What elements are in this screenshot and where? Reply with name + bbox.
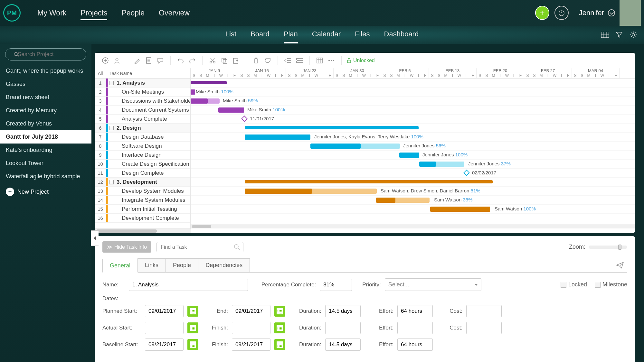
tab-people[interactable]: People (166, 258, 198, 272)
sidebar-item[interactable]: Brand new sheet (0, 91, 91, 104)
task-row[interactable]: 10Create Design Specification (95, 160, 190, 169)
subnav-item-dashboard[interactable]: Dashboard (384, 26, 419, 43)
task-row[interactable]: 16Development Complete (95, 214, 190, 223)
subnav-item-plan[interactable]: Plan (284, 26, 298, 43)
subnav-item-files[interactable]: Files (355, 26, 370, 43)
sidebar-item[interactable]: Gasses (0, 78, 91, 91)
gantt-row[interactable]: Mike Smith 59% (191, 97, 635, 106)
clear-formatting-button[interactable] (263, 56, 272, 65)
cut-button[interactable] (208, 56, 217, 65)
effort-input[interactable] (397, 305, 433, 317)
gear-icon[interactable] (629, 31, 638, 39)
gantt-row[interactable] (191, 178, 635, 187)
date-input[interactable] (145, 322, 184, 334)
calendar-icon[interactable] (187, 339, 198, 350)
gantt-row[interactable]: Jennifer Jones 56% (191, 142, 635, 151)
redo-button[interactable] (187, 56, 197, 65)
new-project-button[interactable]: + New Project (0, 183, 91, 200)
sidebar-item[interactable]: Kate's onboarding (0, 144, 91, 157)
calendar-icon[interactable] (274, 306, 285, 317)
edit-button[interactable] (132, 56, 142, 65)
cost-input[interactable] (466, 322, 502, 334)
date-input[interactable] (232, 322, 270, 334)
sidebar-item[interactable]: Created by Mercury (0, 104, 91, 117)
task-row[interactable]: 3Discussions with Stakeholders (95, 97, 190, 106)
horizontal-scrollbar[interactable] (191, 224, 635, 228)
task-row[interactable]: 13Develop System Modules (95, 187, 190, 196)
duration-input[interactable] (325, 305, 361, 317)
sidebar-item[interactable]: Lookout Tower (0, 157, 91, 170)
topnav-item-my-work[interactable]: My Work (37, 9, 66, 19)
date-input[interactable] (232, 339, 270, 351)
date-input[interactable] (145, 339, 184, 351)
zoom-slider[interactable] (589, 246, 627, 249)
gantt-row[interactable]: Sam Watson 36% (191, 196, 635, 205)
timer-button[interactable] (554, 6, 569, 20)
calendar-icon[interactable] (187, 306, 198, 317)
send-icon[interactable] (612, 258, 627, 272)
gantt-row[interactable]: Jennifer Jones, Kayla Evans, Terry Westl… (191, 133, 635, 142)
user-menu-dropdown[interactable] (608, 9, 615, 16)
task-row[interactable]: 14Integrate System Modules (95, 196, 190, 205)
gantt-row[interactable]: Mike Smith 100% (191, 106, 635, 115)
gantt-row[interactable]: 02/02/2017 (191, 169, 635, 178)
gantt-row[interactable]: Jennifer Jones 37% (191, 160, 635, 169)
sidebar-item[interactable]: Waterfall agile hybrid sample (0, 170, 91, 183)
comment-button[interactable] (156, 56, 165, 65)
undo-button[interactable] (176, 56, 185, 65)
tab-general[interactable]: General (102, 259, 138, 273)
subnav-item-calendar[interactable]: Calendar (312, 26, 341, 43)
assign-user-button[interactable] (112, 56, 122, 65)
cost-input[interactable] (466, 305, 502, 317)
lock-status[interactable]: Unlocked (347, 58, 375, 63)
gantt-row[interactable] (191, 124, 635, 133)
task-row[interactable]: 9Interface Design (95, 151, 190, 160)
sidebar-item[interactable]: Gantt, where the popup works (0, 64, 91, 78)
locked-checkbox[interactable]: Locked (561, 281, 587, 288)
indent-button[interactable] (295, 56, 304, 65)
gantt-row[interactable]: Sam Watson, Drew Simon, Daniel Barron 51… (191, 187, 635, 196)
notes-button[interactable] (144, 56, 154, 65)
hide-task-info-button[interactable]: ≫Hide Task Info (102, 241, 151, 253)
user-name[interactable]: Jennifer (579, 9, 604, 17)
grid-view-icon[interactable] (601, 31, 609, 39)
global-add-button[interactable]: + (535, 6, 549, 20)
task-row[interactable]: 5Analysis Complete (95, 115, 190, 124)
effort-input[interactable] (397, 339, 433, 351)
pct-input[interactable] (320, 279, 352, 291)
task-row[interactable]: 2On-Site Meetings (95, 88, 190, 97)
sidebar-item[interactable]: Created by Venus (0, 117, 91, 130)
topnav-item-people[interactable]: People (121, 9, 145, 19)
delete-button[interactable] (251, 56, 261, 65)
gantt-row[interactable] (191, 79, 635, 88)
task-row[interactable]: 7Design Database (95, 133, 190, 142)
calendar-icon[interactable] (274, 339, 285, 350)
duration-input[interactable] (325, 339, 361, 351)
paste-button[interactable] (231, 56, 241, 65)
subnav-item-list[interactable]: List (225, 26, 236, 43)
topnav-item-projects[interactable]: Projects (80, 9, 107, 20)
task-name-input[interactable] (129, 279, 248, 291)
gantt-row[interactable]: Jennifer Jones 100% (191, 151, 635, 160)
filter-icon[interactable] (615, 31, 623, 39)
collapse-sidebar-button[interactable] (91, 230, 99, 246)
task-row[interactable]: 11. Analysis (95, 79, 190, 88)
calendar-icon[interactable] (187, 322, 198, 333)
task-scrollbar[interactable] (95, 228, 191, 233)
calendar-icon[interactable] (274, 322, 285, 333)
all-header[interactable]: All (95, 68, 106, 78)
task-row[interactable]: 11Design Complete (95, 169, 190, 178)
duration-input[interactable] (325, 322, 361, 334)
columns-button[interactable] (315, 56, 325, 65)
outdent-button[interactable] (283, 56, 293, 65)
date-input[interactable] (232, 305, 270, 317)
task-row[interactable]: 8Software Design (95, 142, 190, 151)
add-task-button[interactable] (100, 56, 110, 65)
tab-links[interactable]: Links (137, 258, 166, 272)
milestone-checkbox[interactable]: Milestone (595, 281, 627, 288)
tab-dependencies[interactable]: Dependencies (198, 258, 250, 272)
priority-select[interactable]: Select.... (385, 278, 481, 291)
find-task-input[interactable] (156, 242, 243, 252)
gantt-row[interactable]: Mike Smith 100% (191, 88, 635, 97)
task-row[interactable]: 15Perform Initial Tessting (95, 205, 190, 214)
